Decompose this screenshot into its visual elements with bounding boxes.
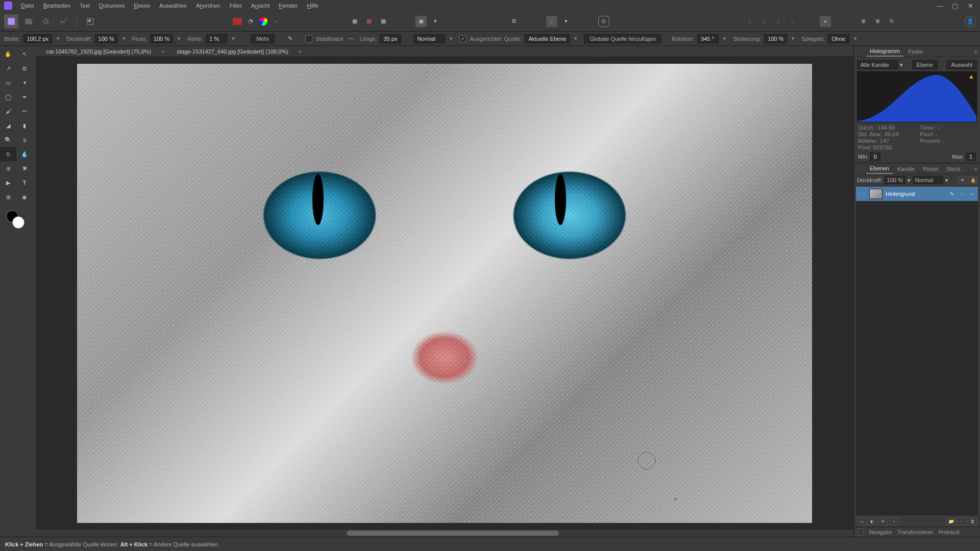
tool-mesh-icon[interactable]: ⫼ — [16, 133, 33, 147]
sync-doc-icon[interactable]: ↻ — [886, 16, 897, 27]
panel-grip-icon[interactable]: ⋮⋮ — [856, 49, 864, 54]
menu-anordnen[interactable]: Anordnen — [191, 1, 225, 10]
add-layer-btn-icon[interactable]: ▫ — [957, 517, 966, 525]
tool-patch-icon[interactable]: ✖ — [16, 161, 33, 176]
opacity-input[interactable]: 100 % — [95, 34, 118, 43]
channel-select[interactable]: Alle Kanäle — [857, 60, 898, 69]
layer-opacity-input[interactable]: 100 % — [885, 176, 905, 184]
tab-close-icon[interactable]: × — [299, 48, 302, 55]
assistant-icon[interactable]: ⊙ — [598, 16, 609, 27]
layer-item[interactable]: ⋮⋮ Hintergrund ✎ ▫ ✓ — [856, 187, 978, 201]
document-tab-1[interactable]: cat-1045782_1920.jpg [Geändert] (75,0%)× — [40, 46, 171, 57]
tool-pencil-icon[interactable]: ✏ — [16, 104, 33, 118]
tab-pinsel[interactable]: Pinsel — [919, 164, 942, 173]
panel-menu-icon[interactable]: ≡ — [974, 48, 978, 55]
tab-close-icon[interactable]: × — [161, 48, 164, 55]
tab-farbe[interactable]: Farbe — [904, 47, 926, 56]
tool-fill-icon[interactable]: ◢ — [0, 118, 16, 133]
canvas[interactable]: + — [36, 57, 853, 530]
snapping-chevron-icon[interactable]: ▾ — [560, 16, 572, 27]
tool-move-icon[interactable]: ↖ — [16, 47, 33, 61]
eyedropper-icon[interactable]: ⟋ — [271, 16, 282, 27]
menu-hilfe[interactable]: Hilfe — [303, 1, 323, 10]
deselect-icon[interactable]: ▦ — [363, 16, 375, 27]
persona-develop-icon[interactable] — [39, 14, 53, 29]
layer-fx-icon[interactable]: ✲ — [959, 176, 967, 184]
layer-opacity-dd-icon[interactable]: ▾ — [908, 177, 911, 184]
tool-marquee-icon[interactable]: ▭ — [0, 76, 16, 90]
menu-filter[interactable]: Filter — [225, 1, 247, 10]
tool-pen-icon[interactable]: ✒ — [16, 90, 33, 104]
layer-lock-icon[interactable]: 🔒 — [969, 176, 977, 184]
align-icon[interactable]: ≡ — [820, 16, 831, 27]
blend-dd-icon[interactable]: ▾ — [448, 35, 454, 42]
tool-grid-icon[interactable]: ⊞ — [0, 190, 16, 204]
source-select[interactable]: Aktuelle Ebene — [525, 34, 570, 43]
select-all-icon[interactable]: ▦ — [349, 16, 360, 27]
hardness-input[interactable]: 1 % — [206, 34, 227, 43]
menu-auswaehlen[interactable]: Auswählen — [155, 1, 191, 10]
flow-input[interactable]: 100 % — [150, 34, 173, 43]
layer-grip-icon[interactable]: ⋮⋮ — [858, 192, 866, 196]
opacity-dd-icon[interactable]: ▾ — [121, 35, 127, 42]
min-input[interactable]: 0 — [870, 153, 880, 161]
layer-edit-icon[interactable]: ✎ — [948, 191, 955, 197]
menu-fenster[interactable]: Fenster — [274, 1, 302, 10]
tool-gradient-icon[interactable]: ▮ — [16, 118, 33, 133]
tab-kanaele[interactable]: Kanäle — [894, 164, 918, 173]
histogram-ebene-button[interactable]: Ebene — [912, 60, 938, 69]
tab-histogram[interactable]: Histogramm — [866, 46, 903, 57]
group-btn-icon[interactable]: 📁 — [946, 517, 955, 525]
rotation-dd-icon[interactable]: ▾ — [722, 35, 728, 42]
menu-ebene[interactable]: Ebene — [129, 1, 155, 10]
layer-link-icon[interactable]: ▫ — [959, 191, 966, 197]
color-wheel-icon[interactable] — [259, 17, 267, 26]
swatch-red-icon[interactable] — [233, 18, 242, 25]
width-input[interactable]: 100,2 px — [23, 34, 52, 43]
panel-grip-icon[interactable]: ⋮⋮ — [856, 166, 864, 171]
account-icon[interactable]: 👤 — [965, 16, 976, 27]
hardness-dd-icon[interactable]: ▾ — [230, 35, 236, 42]
arrange-1-icon[interactable]: ▯ — [744, 16, 755, 27]
menu-dokument[interactable]: Dokument — [94, 1, 129, 10]
tool-target-icon[interactable]: ◉ — [16, 190, 33, 204]
scroll-thumb[interactable] — [347, 531, 559, 536]
fx-btn-icon[interactable]: fx — [878, 517, 888, 525]
layer-visible-icon[interactable]: ✓ — [969, 191, 976, 197]
tab-ebenen[interactable]: Ebenen — [866, 164, 893, 174]
tab-stock[interactable]: Stock — [943, 164, 964, 173]
width-dd-icon[interactable]: ▾ — [55, 35, 61, 42]
menu-text[interactable]: Text — [75, 1, 94, 10]
tab-protokoll[interactable]: Protokoll — [939, 529, 960, 535]
tool-smudge-icon[interactable]: 💧 — [16, 147, 33, 161]
scale-input[interactable]: 100 % — [764, 34, 787, 43]
tool-heal-icon[interactable]: ⊛ — [0, 161, 16, 176]
panel-menu-icon[interactable]: ≡ — [974, 166, 978, 172]
tool-text-icon[interactable]: T — [16, 176, 33, 190]
mirror-dd-icon[interactable]: ▾ — [852, 35, 859, 42]
color-swatches[interactable] — [6, 210, 24, 229]
rotation-input[interactable]: 345 ° — [697, 34, 719, 43]
adjust-btn-icon[interactable]: ◐ — [868, 517, 877, 525]
histogram-warning-icon[interactable]: ▲ — [968, 73, 974, 80]
document-tab-2[interactable]: stage-1531427_640.jpg [Geändert] (100,0%… — [171, 46, 308, 57]
arrange-2-icon[interactable]: ▯ — [758, 16, 770, 27]
pressure-icon[interactable]: ✎ — [285, 34, 295, 44]
tool-brush-icon[interactable]: 🖌 — [0, 104, 16, 118]
tab-transformieren[interactable]: Transformieren — [897, 529, 934, 535]
stabilizer-mode-icon[interactable]: 〰 — [347, 34, 357, 44]
invert-selection-icon[interactable]: ▦ — [378, 16, 389, 27]
tool-hand-icon[interactable]: ✋ — [0, 47, 16, 61]
horizontal-scrollbar[interactable] — [36, 530, 853, 537]
mask-btn-icon[interactable]: ▭ — [857, 517, 866, 525]
layer-blend-select[interactable]: Normal — [913, 176, 943, 184]
window-maximize-icon[interactable]: ▢ — [947, 2, 963, 10]
menu-datei[interactable]: Datei — [16, 1, 39, 10]
persona-tone-icon[interactable] — [56, 14, 70, 29]
arrange-4-icon[interactable]: ▯ — [787, 16, 798, 27]
tab-grip-icon[interactable]: ⋮⋮ — [36, 49, 40, 54]
tool-node-icon[interactable]: ↗ — [0, 61, 16, 76]
dup-doc-icon[interactable]: ⊕ — [872, 16, 883, 27]
menu-ansicht[interactable]: Ansicht — [247, 1, 274, 10]
window-close-icon[interactable]: ✕ — [963, 2, 978, 10]
